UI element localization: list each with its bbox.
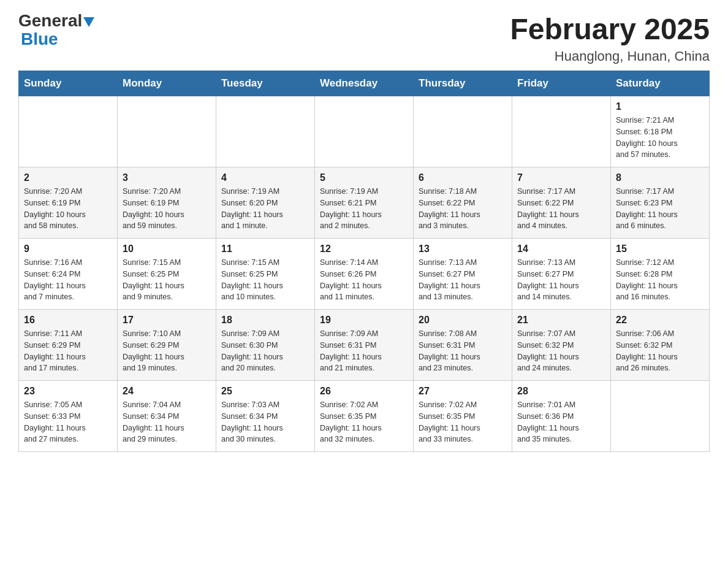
day-number: 8 (616, 172, 704, 183)
day-info: Sunrise: 7:07 AM Sunset: 6:32 PM Dayligh… (517, 328, 605, 374)
table-row: 7Sunrise: 7:17 AM Sunset: 6:22 PM Daylig… (512, 167, 611, 239)
day-number: 19 (320, 315, 408, 326)
table-row: 10Sunrise: 7:15 AM Sunset: 6:25 PM Dayli… (118, 239, 216, 310)
calendar-week-row: 16Sunrise: 7:11 AM Sunset: 6:29 PM Dayli… (19, 310, 710, 381)
table-row (414, 96, 512, 167)
table-row: 18Sunrise: 7:09 AM Sunset: 6:30 PM Dayli… (216, 310, 315, 381)
table-row: 3Sunrise: 7:20 AM Sunset: 6:19 PM Daylig… (118, 167, 216, 239)
col-thursday: Thursday (414, 71, 512, 96)
table-row: 19Sunrise: 7:09 AM Sunset: 6:31 PM Dayli… (315, 310, 414, 381)
logo-general-text: General (18, 12, 94, 29)
day-info: Sunrise: 7:02 AM Sunset: 6:35 PM Dayligh… (419, 399, 507, 445)
day-info: Sunrise: 7:01 AM Sunset: 6:36 PM Dayligh… (517, 399, 605, 445)
table-row: 20Sunrise: 7:08 AM Sunset: 6:31 PM Dayli… (414, 310, 512, 381)
logo-blue-text: Blue (18, 31, 58, 48)
table-row: 16Sunrise: 7:11 AM Sunset: 6:29 PM Dayli… (19, 310, 118, 381)
day-number: 9 (24, 243, 112, 255)
day-info: Sunrise: 7:16 AM Sunset: 6:24 PM Dayligh… (24, 257, 112, 303)
col-tuesday: Tuesday (216, 71, 315, 96)
day-info: Sunrise: 7:09 AM Sunset: 6:31 PM Dayligh… (320, 328, 408, 374)
col-friday: Friday (512, 71, 611, 96)
day-info: Sunrise: 7:15 AM Sunset: 6:25 PM Dayligh… (221, 257, 309, 303)
table-row: 5Sunrise: 7:19 AM Sunset: 6:21 PM Daylig… (315, 167, 414, 239)
location: Huanglong, Hunan, China (510, 48, 710, 64)
table-row (315, 96, 414, 167)
col-monday: Monday (118, 71, 216, 96)
table-row: 22Sunrise: 7:06 AM Sunset: 6:32 PM Dayli… (611, 310, 710, 381)
day-number: 18 (221, 315, 309, 326)
day-info: Sunrise: 7:19 AM Sunset: 6:21 PM Dayligh… (320, 186, 408, 232)
day-number: 6 (419, 172, 507, 183)
day-info: Sunrise: 7:04 AM Sunset: 6:34 PM Dayligh… (123, 399, 211, 445)
table-row: 23Sunrise: 7:05 AM Sunset: 6:33 PM Dayli… (19, 381, 118, 452)
day-number: 26 (320, 386, 408, 397)
col-sunday: Sunday (19, 71, 118, 96)
day-info: Sunrise: 7:13 AM Sunset: 6:27 PM Dayligh… (419, 257, 507, 303)
month-title: February 2025 (510, 12, 710, 46)
day-number: 1 (616, 101, 704, 112)
day-number: 2 (24, 172, 112, 183)
day-info: Sunrise: 7:11 AM Sunset: 6:29 PM Dayligh… (24, 328, 112, 374)
day-number: 16 (24, 315, 112, 326)
day-number: 15 (616, 243, 704, 255)
day-number: 12 (320, 243, 408, 255)
day-info: Sunrise: 7:13 AM Sunset: 6:27 PM Dayligh… (517, 257, 605, 303)
day-number: 21 (517, 315, 605, 326)
day-number: 23 (24, 386, 112, 397)
day-number: 22 (616, 315, 704, 326)
table-row: 14Sunrise: 7:13 AM Sunset: 6:27 PM Dayli… (512, 239, 611, 310)
table-row (512, 96, 611, 167)
day-number: 14 (517, 243, 605, 255)
col-saturday: Saturday (611, 71, 710, 96)
table-row: 9Sunrise: 7:16 AM Sunset: 6:24 PM Daylig… (19, 239, 118, 310)
day-info: Sunrise: 7:06 AM Sunset: 6:32 PM Dayligh… (616, 328, 704, 374)
day-info: Sunrise: 7:02 AM Sunset: 6:35 PM Dayligh… (320, 399, 408, 445)
day-number: 3 (123, 172, 211, 183)
day-info: Sunrise: 7:08 AM Sunset: 6:31 PM Dayligh… (419, 328, 507, 374)
table-row: 21Sunrise: 7:07 AM Sunset: 6:32 PM Dayli… (512, 310, 611, 381)
day-info: Sunrise: 7:18 AM Sunset: 6:22 PM Dayligh… (419, 186, 507, 232)
table-row: 25Sunrise: 7:03 AM Sunset: 6:34 PM Dayli… (216, 381, 315, 452)
day-number: 28 (517, 386, 605, 397)
day-info: Sunrise: 7:15 AM Sunset: 6:25 PM Dayligh… (123, 257, 211, 303)
day-number: 5 (320, 172, 408, 183)
table-row (19, 96, 118, 167)
table-row: 12Sunrise: 7:14 AM Sunset: 6:26 PM Dayli… (315, 239, 414, 310)
col-wednesday: Wednesday (315, 71, 414, 96)
table-row: 6Sunrise: 7:18 AM Sunset: 6:22 PM Daylig… (414, 167, 512, 239)
table-row: 26Sunrise: 7:02 AM Sunset: 6:35 PM Dayli… (315, 381, 414, 452)
table-row: 2Sunrise: 7:20 AM Sunset: 6:19 PM Daylig… (19, 167, 118, 239)
day-number: 27 (419, 386, 507, 397)
day-info: Sunrise: 7:19 AM Sunset: 6:20 PM Dayligh… (221, 186, 309, 232)
day-info: Sunrise: 7:20 AM Sunset: 6:19 PM Dayligh… (123, 186, 211, 232)
table-row (611, 381, 710, 452)
svg-marker-0 (83, 17, 94, 27)
day-number: 13 (419, 243, 507, 255)
day-info: Sunrise: 7:14 AM Sunset: 6:26 PM Dayligh… (320, 257, 408, 303)
table-row (216, 96, 315, 167)
day-number: 7 (517, 172, 605, 183)
table-row: 11Sunrise: 7:15 AM Sunset: 6:25 PM Dayli… (216, 239, 315, 310)
table-row: 4Sunrise: 7:19 AM Sunset: 6:20 PM Daylig… (216, 167, 315, 239)
table-row: 24Sunrise: 7:04 AM Sunset: 6:34 PM Dayli… (118, 381, 216, 452)
table-row: 17Sunrise: 7:10 AM Sunset: 6:29 PM Dayli… (118, 310, 216, 381)
calendar-header-row: Sunday Monday Tuesday Wednesday Thursday… (19, 71, 710, 96)
day-number: 17 (123, 315, 211, 326)
logo: General Blue (18, 12, 94, 48)
day-info: Sunrise: 7:09 AM Sunset: 6:30 PM Dayligh… (221, 328, 309, 374)
day-number: 20 (419, 315, 507, 326)
page-header: General Blue February 2025 Huanglong, Hu… (18, 12, 710, 64)
day-info: Sunrise: 7:10 AM Sunset: 6:29 PM Dayligh… (123, 328, 211, 374)
table-row: 27Sunrise: 7:02 AM Sunset: 6:35 PM Dayli… (414, 381, 512, 452)
day-number: 11 (221, 243, 309, 255)
calendar-week-row: 2Sunrise: 7:20 AM Sunset: 6:19 PM Daylig… (19, 167, 710, 239)
calendar-table: Sunday Monday Tuesday Wednesday Thursday… (18, 71, 710, 452)
day-info: Sunrise: 7:17 AM Sunset: 6:23 PM Dayligh… (616, 186, 704, 232)
day-info: Sunrise: 7:12 AM Sunset: 6:28 PM Dayligh… (616, 257, 704, 303)
table-row: 13Sunrise: 7:13 AM Sunset: 6:27 PM Dayli… (414, 239, 512, 310)
calendar-week-row: 9Sunrise: 7:16 AM Sunset: 6:24 PM Daylig… (19, 239, 710, 310)
day-number: 25 (221, 386, 309, 397)
table-row (118, 96, 216, 167)
day-info: Sunrise: 7:17 AM Sunset: 6:22 PM Dayligh… (517, 186, 605, 232)
day-info: Sunrise: 7:03 AM Sunset: 6:34 PM Dayligh… (221, 399, 309, 445)
